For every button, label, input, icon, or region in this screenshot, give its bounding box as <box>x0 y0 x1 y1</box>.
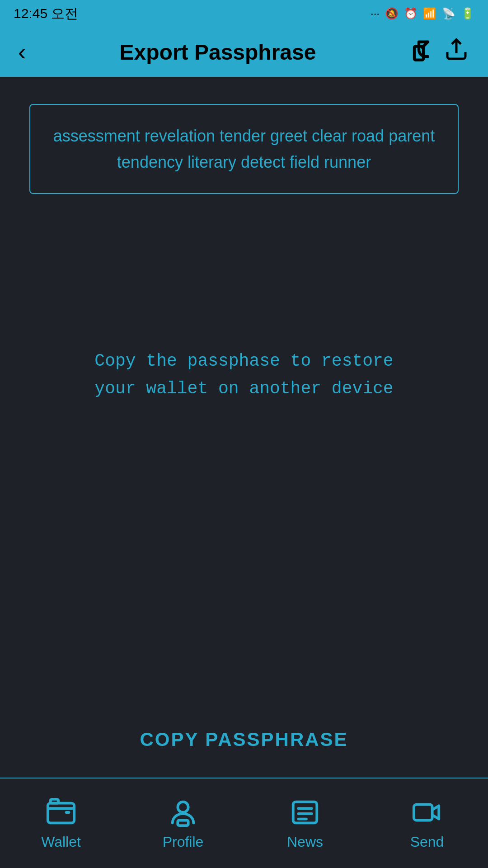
back-button[interactable]: ‹ <box>18 40 26 64</box>
info-text-container: Copy the passphase to restore your walle… <box>76 348 411 403</box>
status-icons: ··· 🔕 ⏰ 📶 📡 🔋 <box>371 7 474 20</box>
info-line2: your wallet on another device <box>94 375 393 403</box>
signal-icon: 📡 <box>442 7 455 20</box>
news-label: News <box>287 834 323 850</box>
export-icon <box>443 36 470 63</box>
passphrase-text: assessment revelation tender greet clear… <box>48 123 440 175</box>
nav-item-send[interactable]: Send <box>366 797 488 850</box>
send-icon <box>411 797 443 828</box>
nav-item-wallet[interactable]: Wallet <box>0 797 122 850</box>
copy-passphrase-button[interactable]: COPY PASSPHRASE <box>140 729 348 750</box>
share-icon <box>410 36 437 63</box>
passphrase-box: assessment revelation tender greet clear… <box>29 104 459 194</box>
bottom-nav: Wallet Profile News Send <box>0 778 488 868</box>
profile-label: Profile <box>163 834 204 850</box>
dots-icon: ··· <box>371 7 380 20</box>
status-time: 12:45 오전 <box>14 5 78 23</box>
battery-icon: 🔋 <box>461 7 474 20</box>
svg-point-3 <box>178 802 188 812</box>
profile-icon <box>167 797 199 828</box>
wallet-icon <box>45 797 77 828</box>
send-label: Send <box>410 834 444 850</box>
wallet-label: Wallet <box>41 834 81 850</box>
svg-rect-4 <box>178 820 188 826</box>
alarm-icon: ⏰ <box>404 7 418 20</box>
header: ‹ Export Passphrase <box>0 27 488 77</box>
main-content: assessment revelation tender greet clear… <box>0 77 488 403</box>
svg-rect-9 <box>414 804 432 820</box>
svg-rect-2 <box>51 799 59 803</box>
wifi-icon: 📶 <box>423 7 436 20</box>
share-button[interactable] <box>410 36 470 68</box>
svg-rect-1 <box>48 803 74 823</box>
news-icon <box>289 797 321 828</box>
status-bar: 12:45 오전 ··· 🔕 ⏰ 📶 📡 🔋 <box>0 0 488 27</box>
nav-item-news[interactable]: News <box>244 797 366 850</box>
nav-item-profile[interactable]: Profile <box>122 797 244 850</box>
page-title: Export Passphrase <box>120 40 316 65</box>
mute-icon: 🔕 <box>385 7 399 20</box>
info-line1: Copy the passphase to restore <box>94 348 393 375</box>
